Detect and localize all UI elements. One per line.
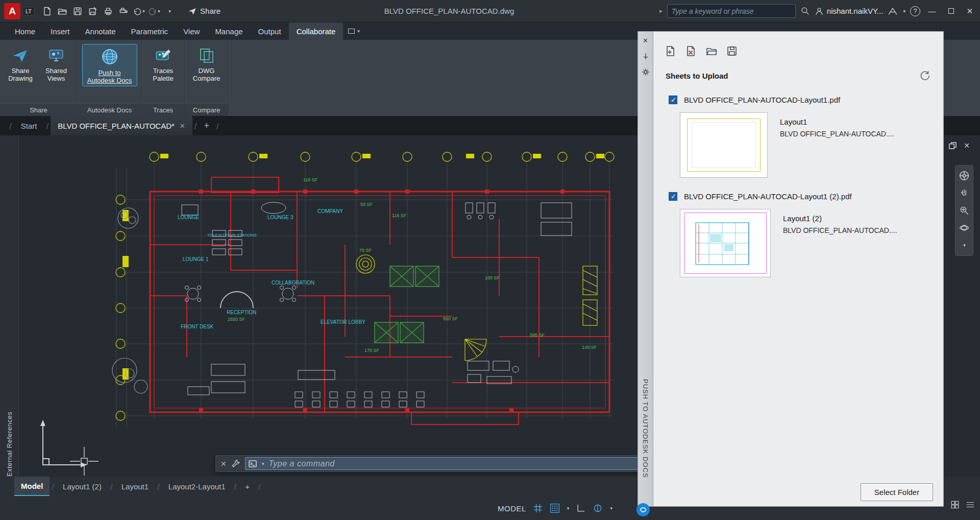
snap-settings-icon[interactable]: ▾ bbox=[567, 506, 570, 511]
layout-tab-model[interactable]: Model bbox=[14, 477, 50, 496]
plot-button[interactable] bbox=[101, 4, 115, 18]
model-space-button[interactable]: MODEL bbox=[498, 504, 526, 513]
shared-views-button[interactable]: Shared Views bbox=[40, 44, 72, 84]
sheet-thumbnail[interactable] bbox=[680, 209, 771, 277]
svg-text:COLLABORATION: COLLABORATION bbox=[272, 280, 314, 286]
tab-collaborate[interactable]: Collaborate bbox=[289, 22, 344, 40]
sheet-filename[interactable]: BLVD OFFICE_PLAN-AUTOCAD-Layout1.pdf bbox=[684, 96, 840, 104]
tab-manage[interactable]: Manage bbox=[207, 22, 250, 40]
autodesk-app-icon[interactable] bbox=[888, 6, 898, 16]
zoom-button[interactable] bbox=[957, 202, 972, 219]
close-tab-icon[interactable]: ✕ bbox=[180, 122, 185, 130]
close-panel-icon[interactable]: ✕ bbox=[964, 141, 970, 150]
palette-vertical-title[interactable]: PUSH TO AUTODESK DOCS bbox=[642, 379, 649, 478]
open-file-button[interactable] bbox=[55, 4, 69, 18]
grid-display-icon[interactable] bbox=[533, 503, 543, 513]
layout-tab-layout1[interactable]: Layout1 bbox=[115, 477, 155, 496]
ribbon-display-toggle[interactable]: ▾ bbox=[343, 22, 365, 40]
panel-autodesk-docs: Push to Autodesk Docs Autodesk Docs bbox=[78, 40, 142, 116]
select-folder-button[interactable]: Select Folder bbox=[861, 483, 933, 501]
navigation-wheel-button[interactable] bbox=[957, 168, 972, 184]
undo-caret-icon[interactable]: ▾ bbox=[142, 9, 145, 14]
search-icon[interactable] bbox=[800, 6, 810, 16]
redo-caret-icon[interactable]: ▾ bbox=[158, 9, 160, 14]
save-sheet-list-icon[interactable] bbox=[726, 45, 738, 57]
panel-label-share[interactable]: Share bbox=[0, 103, 77, 116]
save-button[interactable] bbox=[70, 4, 85, 18]
isodraft-settings-icon[interactable]: ▾ bbox=[610, 506, 612, 511]
maximize-button[interactable] bbox=[944, 4, 958, 18]
sheet-filename[interactable]: BLVD OFFICE_PLAN-AUTOCAD-Layout1 (2).pdf bbox=[684, 192, 852, 201]
customize-wrench-icon[interactable] bbox=[231, 459, 240, 468]
navbar-more-button[interactable]: ▾ bbox=[957, 237, 972, 253]
open-folder-icon bbox=[57, 6, 67, 16]
add-sheets-icon[interactable] bbox=[665, 45, 677, 57]
sheet-checkbox[interactable] bbox=[669, 192, 677, 201]
floor-plan-drawing[interactable]: LOUNGE LOUNGE 3 TOUCH DOWN STATIONS LOUN… bbox=[59, 143, 633, 451]
autocad-logo[interactable]: A bbox=[4, 3, 20, 19]
sheet-checkbox[interactable] bbox=[669, 96, 677, 104]
layout-tab-layout1-2[interactable]: Layout1 (2) bbox=[56, 477, 108, 496]
tab-output[interactable]: Output bbox=[251, 22, 289, 40]
file-tab-drawing[interactable]: BLVD OFFICE_PLAN-AUTOCAD* ✕ bbox=[51, 116, 192, 135]
push-to-autodesk-docs-button[interactable]: Push to Autodesk Docs bbox=[82, 44, 137, 86]
qat-customize-button[interactable]: ▾ bbox=[162, 4, 177, 18]
redo-button[interactable]: ▾ bbox=[147, 4, 161, 18]
auto-hide-pin-icon[interactable] bbox=[641, 52, 650, 61]
new-tab-button[interactable]: + bbox=[199, 116, 214, 135]
apps-caret-icon[interactable]: ▾ bbox=[903, 9, 905, 14]
ortho-mode-icon[interactable] bbox=[576, 503, 586, 513]
close-palette-icon[interactable]: ✕ bbox=[641, 36, 650, 45]
layout-tab-layout2-layout1[interactable]: Layout2-Layout1 bbox=[162, 477, 232, 496]
palette-properties-gear-icon[interactable] bbox=[641, 67, 650, 77]
panel-label-traces[interactable]: Traces bbox=[142, 103, 184, 116]
close-button[interactable]: ✕ bbox=[963, 4, 977, 18]
layout-switch-icon[interactable] bbox=[950, 500, 960, 509]
customization-menu-icon[interactable] bbox=[966, 500, 975, 509]
share-button[interactable]: Share bbox=[188, 7, 220, 16]
traces-palette-button[interactable]: Traces Palette bbox=[146, 44, 180, 84]
remove-sheets-icon[interactable] bbox=[685, 45, 697, 57]
external-references-tab[interactable]: External References bbox=[0, 135, 19, 477]
panel-share: Share Drawing Shared Views Share bbox=[0, 40, 78, 116]
tab-insert[interactable]: Insert bbox=[43, 22, 78, 40]
help-button[interactable]: ? bbox=[910, 6, 920, 16]
tab-view[interactable]: View bbox=[176, 22, 207, 40]
batch-print-icon bbox=[118, 6, 129, 16]
sheet-row[interactable]: BLVD OFFICE_PLAN-AUTOCAD-Layout1 (2).pdf bbox=[669, 192, 943, 201]
snap-mode-icon[interactable] bbox=[550, 503, 560, 513]
float-panel-icon[interactable] bbox=[949, 142, 957, 150]
source-drawing-name: BLVD OFFICE_PLAN-AUTOCAD.... bbox=[780, 130, 894, 138]
save-as-button[interactable] bbox=[86, 4, 100, 18]
open-drawing-icon[interactable] bbox=[705, 45, 718, 57]
share-drawing-button[interactable]: Share Drawing bbox=[4, 44, 37, 84]
batch-plot-button[interactable] bbox=[116, 4, 131, 18]
command-prompt-icon[interactable] bbox=[249, 460, 257, 468]
undo-button[interactable]: ▾ bbox=[132, 4, 146, 18]
autodesk-docs-sync-icon[interactable] bbox=[636, 503, 650, 516]
orbit-button[interactable] bbox=[957, 220, 972, 236]
search-history-icon[interactable]: ▸ bbox=[659, 8, 663, 14]
minimize-button[interactable]: — bbox=[925, 4, 939, 18]
tab-annotate[interactable]: Annotate bbox=[78, 22, 124, 40]
pan-button[interactable] bbox=[957, 185, 972, 201]
close-command-icon[interactable]: ✕ bbox=[220, 460, 227, 468]
tab-parametric[interactable]: Parametric bbox=[124, 22, 176, 40]
refresh-icon[interactable] bbox=[919, 70, 930, 81]
new-file-button[interactable] bbox=[40, 4, 54, 18]
panel-traces: Traces Palette Traces bbox=[142, 40, 185, 116]
user-account-button[interactable]: nishant.naikVY... bbox=[815, 7, 884, 16]
sheet-thumbnail[interactable] bbox=[680, 112, 768, 178]
tab-home[interactable]: Home bbox=[7, 22, 43, 40]
dwg-compare-button[interactable]: DWG Compare bbox=[189, 44, 224, 84]
recent-commands-icon[interactable]: ▾ bbox=[262, 461, 264, 466]
panel-label-compare[interactable]: Compare bbox=[185, 103, 228, 116]
isodraft-icon[interactable] bbox=[593, 503, 603, 513]
file-tab-start[interactable]: Start bbox=[14, 116, 44, 135]
panel-label-autodesk-docs[interactable]: Autodesk Docs bbox=[78, 103, 141, 116]
sheet-row[interactable]: BLVD OFFICE_PLAN-AUTOCAD-Layout1.pdf bbox=[669, 96, 943, 104]
svg-text:LOUNGE 1: LOUNGE 1 bbox=[183, 256, 209, 262]
search-input[interactable] bbox=[667, 4, 796, 18]
new-layout-button[interactable]: + bbox=[238, 477, 256, 496]
close-icon: ✕ bbox=[967, 7, 973, 16]
